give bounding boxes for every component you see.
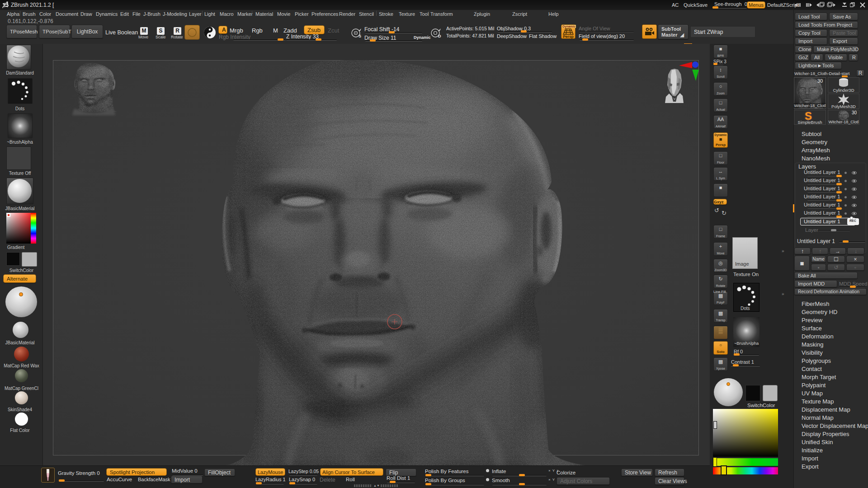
svg-text:Dots: Dots	[741, 306, 750, 311]
svg-text:D: D	[438, 34, 441, 38]
svg-text:S: S	[359, 34, 361, 38]
